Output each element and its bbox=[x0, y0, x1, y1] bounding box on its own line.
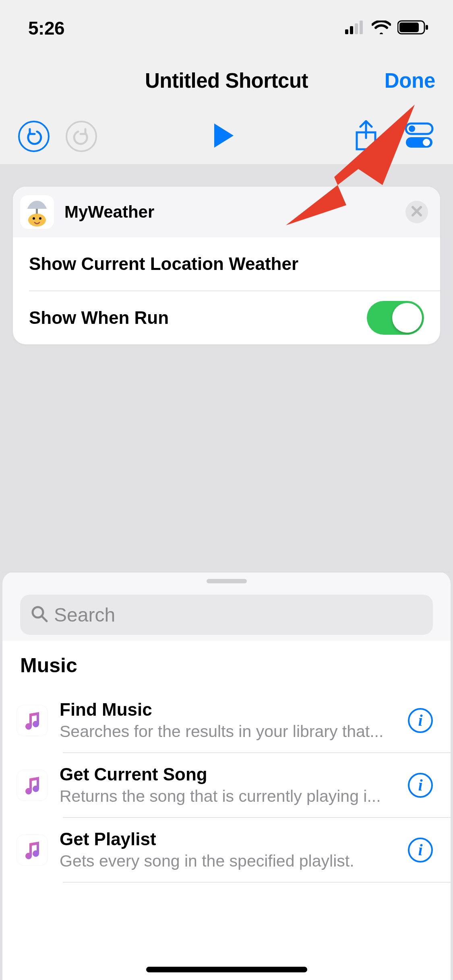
done-button[interactable]: Done bbox=[385, 69, 435, 93]
wifi-icon bbox=[372, 21, 391, 36]
svg-point-15 bbox=[33, 217, 35, 220]
svg-rect-3 bbox=[360, 21, 363, 34]
svg-point-11 bbox=[423, 139, 430, 146]
editor-toolbar bbox=[0, 115, 453, 158]
action-title: Show Current Location Weather bbox=[29, 254, 298, 274]
svg-rect-1 bbox=[350, 26, 353, 34]
svg-point-14 bbox=[28, 214, 46, 226]
toggle-knob bbox=[392, 303, 422, 333]
nav-bar: Untitled Shortcut Done bbox=[0, 62, 453, 99]
settings-toggle-button[interactable] bbox=[403, 120, 435, 152]
svg-rect-5 bbox=[399, 23, 419, 32]
show-when-run-label: Show When Run bbox=[29, 308, 367, 328]
library-item[interactable]: Get Playlist Gets every song in the spec… bbox=[2, 818, 451, 882]
action-library-panel[interactable]: Search Music Find Music Searches for the… bbox=[2, 572, 451, 980]
svg-point-9 bbox=[409, 126, 415, 132]
library-item[interactable]: Find Music Searches for the results in y… bbox=[2, 688, 451, 752]
info-button[interactable]: i bbox=[408, 773, 433, 798]
page-title: Untitled Shortcut bbox=[145, 69, 308, 93]
music-app-icon bbox=[17, 705, 48, 736]
library-item-title: Get Current Song bbox=[60, 764, 396, 784]
library-item-desc: Searches for the results in your library… bbox=[60, 722, 396, 741]
row-divider bbox=[63, 882, 451, 883]
close-icon bbox=[411, 205, 423, 219]
action-app-name: MyWeather bbox=[64, 202, 405, 222]
info-icon: i bbox=[418, 842, 422, 858]
undo-icon bbox=[18, 121, 50, 152]
library-body: Music Find Music Searches for the result… bbox=[2, 641, 451, 980]
library-item-desc: Returns the song that is currently playi… bbox=[60, 787, 396, 806]
share-button[interactable] bbox=[350, 120, 382, 152]
library-item-desc: Gets every song in the specified playlis… bbox=[60, 852, 396, 871]
svg-rect-6 bbox=[426, 25, 428, 30]
share-icon bbox=[354, 120, 378, 152]
svg-rect-2 bbox=[355, 23, 358, 34]
svg-rect-0 bbox=[345, 29, 348, 34]
redo-button[interactable] bbox=[65, 120, 97, 152]
library-search-field[interactable]: Search bbox=[20, 595, 433, 635]
status-time: 5:26 bbox=[28, 17, 64, 39]
music-app-icon bbox=[17, 835, 48, 865]
library-item-title: Find Music bbox=[60, 700, 396, 720]
show-when-run-toggle[interactable] bbox=[367, 301, 424, 335]
cellular-signal-icon bbox=[345, 21, 365, 36]
info-button[interactable]: i bbox=[408, 838, 433, 863]
show-when-run-row: Show When Run bbox=[13, 291, 440, 344]
action-card: MyWeather Show Current Location Weather … bbox=[13, 187, 440, 344]
library-section-title: Music bbox=[2, 654, 451, 688]
action-title-row[interactable]: Show Current Location Weather bbox=[13, 237, 440, 290]
library-item[interactable]: Get Current Song Returns the song that i… bbox=[2, 753, 451, 817]
home-indicator[interactable] bbox=[146, 967, 307, 972]
info-icon: i bbox=[418, 777, 422, 793]
panel-grabber[interactable] bbox=[207, 579, 247, 583]
status-icons bbox=[345, 20, 429, 36]
status-bar: 5:26 bbox=[0, 0, 453, 52]
info-button[interactable]: i bbox=[408, 708, 433, 733]
app-icon bbox=[20, 195, 54, 229]
run-button[interactable] bbox=[208, 120, 240, 152]
redo-icon bbox=[66, 121, 97, 152]
action-card-header[interactable]: MyWeather bbox=[13, 187, 440, 237]
search-placeholder: Search bbox=[54, 604, 115, 626]
battery-icon bbox=[397, 20, 429, 36]
info-icon: i bbox=[418, 712, 422, 729]
music-app-icon bbox=[17, 770, 48, 801]
settings-toggle-icon bbox=[405, 122, 434, 150]
svg-point-16 bbox=[39, 217, 41, 220]
editor-canvas[interactable]: MyWeather Show Current Location Weather … bbox=[0, 164, 453, 980]
library-item-title: Get Playlist bbox=[60, 829, 396, 849]
undo-button[interactable] bbox=[18, 120, 50, 152]
play-icon bbox=[213, 123, 235, 150]
remove-action-button[interactable] bbox=[405, 201, 428, 223]
search-icon bbox=[31, 605, 48, 624]
